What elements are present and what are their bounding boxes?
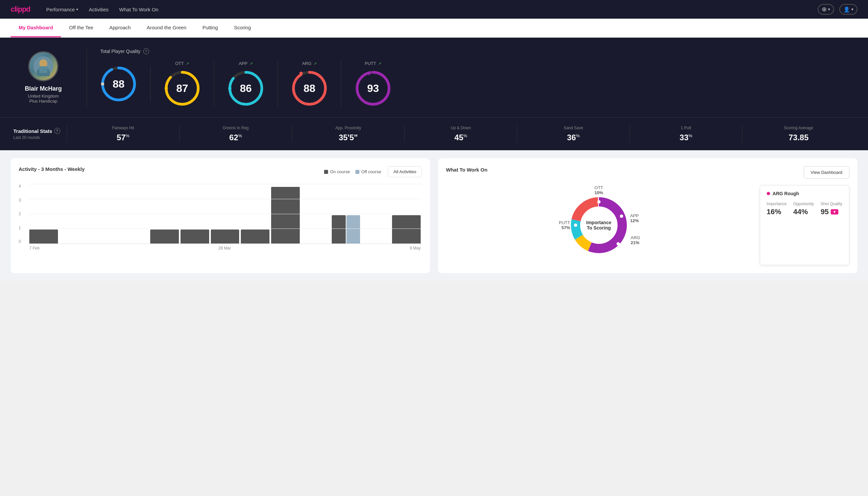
detail-metrics: Importance 16% Opportunity 44% Shot Qual… [767,202,842,216]
donut-center-text: Importance To Scoring [586,220,611,231]
detail-importance: Importance 16% [767,202,787,216]
tab-scoring[interactable]: Scoring [226,19,259,37]
svg-point-18 [367,72,370,75]
tab-bar: My Dashboard Off the Tee Approach Around… [0,19,868,37]
trad-stats-sub: Last 20 rounds [13,135,67,140]
all-activities-button[interactable]: All Activities [388,166,422,177]
overall-circle: 88 [100,66,137,102]
view-dashboard-button[interactable]: View Dashboard [804,166,849,179]
arg-label: ARG ↗ [302,61,317,66]
avatar [28,51,58,81]
stat-fairways-hit: Fairways Hit 57% [67,126,179,142]
svg-point-26 [617,242,620,246]
stat-1-putt: 1 Putt 33% [630,126,742,142]
wtwo-header: What To Work On View Dashboard [446,166,849,179]
user-menu-button[interactable]: 👤 ▾ [839,4,857,15]
legend-off-course: Off course [356,169,381,174]
chart-legend: On course Off course [324,169,381,174]
arg-circle: 88 [291,70,328,107]
overall-score-value: 88 [113,78,125,90]
arg-trend-icon: ↗ [313,61,317,66]
player-country: United Kingdom [28,94,59,98]
detail-card: ARG Rough Importance 16% Opportunity 44%… [760,185,849,265]
tab-around-the-green[interactable]: Around the Green [139,19,194,37]
score-ott: OTT ↗ 87 [151,61,214,107]
svg-point-27 [574,223,577,227]
putt-trend-icon: ↗ [378,61,381,66]
chart-body [28,184,422,244]
app-score-value: 86 [240,82,252,95]
tab-off-the-tee[interactable]: Off the Tee [61,19,101,37]
trad-help-icon[interactable]: ? [54,128,60,134]
score-arg: ARG ↗ 88 [278,61,342,107]
stat-scoring-average: Scoring Average 73.85 [742,126,855,142]
red-dot-icon [767,192,770,195]
nav-what-to-work-on[interactable]: What To Work On [119,5,159,14]
score-circles-section: Total Player Quality ? 88 OTT ↗ [86,48,855,107]
ott-donut-label: OTT 10% [595,185,603,195]
stat-up-and-down: Up & Down 45% [404,126,517,142]
putt-circle: 93 [355,70,391,107]
trad-stats-label: Traditional Stats ? Last 20 rounds [13,128,67,140]
ott-trend-icon: ↗ [186,61,189,66]
score-circles: 88 OTT ↗ 87 [100,61,855,107]
trad-stats-title: Traditional Stats ? [13,128,67,134]
score-overall: 88 [100,66,151,102]
player-name: Blair McHarg [25,85,62,92]
donut-area: OTT 10% APP 12% ARG 21% PUTT [446,185,752,265]
tab-my-dashboard[interactable]: My Dashboard [11,19,61,37]
score-app: APP ↗ 86 [214,61,278,107]
svg-point-12 [228,87,232,90]
detail-shot-quality: Shot Quality 95 ▼ [821,202,842,216]
svg-point-25 [620,215,623,218]
app-trend-icon: ↗ [250,61,253,66]
wtwo-title: What To Work On [446,167,487,173]
putt-label: PUTT ↗ [365,61,381,66]
player-handicap: Plus Handicap [29,98,57,104]
nav-right-controls: ⊕ ▾ 👤 ▾ [818,4,857,15]
legend-on-course: On course [324,169,350,174]
bottom-panels: Activity - 3 Months - Weekly On course O… [0,150,868,281]
nav-activities[interactable]: Activities [89,5,109,14]
donut-svg-container: Importance To Scoring [568,195,630,256]
ott-circle: 87 [164,70,201,107]
nav-performance[interactable]: Performance ▾ [46,5,78,14]
on-course-dot [324,170,328,174]
x-axis: 7 Feb 28 Mar 9 May [28,244,422,250]
score-putt: PUTT ↗ 93 [342,61,405,107]
arg-donut-label: ARG 21% [631,235,640,245]
tab-putting[interactable]: Putting [194,19,226,37]
grid-lines [28,184,422,244]
y-axis: 4 3 2 1 0 [19,184,21,244]
chart-title: Activity - 3 Months - Weekly [19,166,84,172]
app-circle: 86 [227,70,264,107]
detail-opportunity: Opportunity 44% [793,202,814,216]
activity-chart-panel: Activity - 3 Months - Weekly On course O… [11,158,430,273]
svg-point-9 [164,87,168,90]
detail-card-title: ARG Rough [767,191,842,196]
hero-section: Blair McHarg United Kingdom Plus Handica… [0,37,868,117]
svg-point-24 [597,200,601,203]
help-icon[interactable]: ? [143,48,149,54]
app-logo[interactable]: clippd [11,5,30,14]
off-course-dot [356,170,359,174]
top-navigation: clippd Performance ▾ Activities What To … [0,0,868,19]
app-donut-label: APP 12% [630,213,639,223]
player-info: Blair McHarg United Kingdom Plus Handica… [13,51,73,104]
total-quality-label: Total Player Quality ? [100,48,855,54]
arg-score-value: 88 [303,82,315,95]
ott-label: OTT ↗ [175,61,189,66]
add-button[interactable]: ⊕ ▾ [818,4,834,15]
what-to-work-on-panel: What To Work On View Dashboard OTT 10% A… [438,158,857,273]
app-label: APP ↗ [239,61,253,66]
putt-score-value: 93 [367,82,379,95]
svg-rect-3 [39,66,47,73]
traditional-stats-section: Traditional Stats ? Last 20 rounds Fairw… [0,117,868,150]
ott-score-value: 87 [176,82,188,95]
tab-approach[interactable]: Approach [101,19,139,37]
wtwo-content: OTT 10% APP 12% ARG 21% PUTT [446,185,849,265]
trad-stat-items: Fairways Hit 57% Greens In Reg 62% App. … [67,126,855,142]
stat-sand-save: Sand Save 36% [517,126,630,142]
stat-app-proximity: App. Proximity 35'5" [292,126,404,142]
shot-quality-badge: ▼ [831,209,838,215]
